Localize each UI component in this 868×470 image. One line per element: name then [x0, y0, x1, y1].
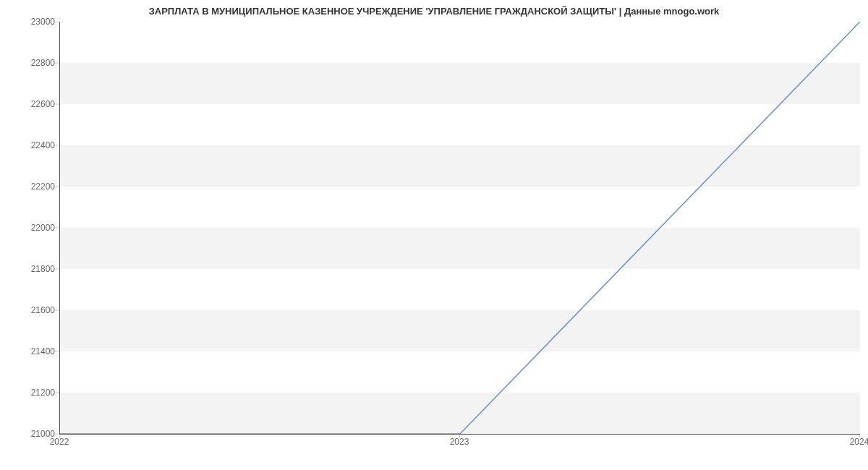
- x-tick-label: 2023: [450, 437, 469, 447]
- chart-container: ЗАРПЛАТА В МУНИЦИПАЛЬНОЕ КАЗЕННОЕ УЧРЕЖД…: [0, 0, 868, 470]
- y-tick-label: 21600: [12, 305, 55, 315]
- x-tick-label: 2022: [50, 437, 69, 447]
- plot-area: [59, 22, 860, 435]
- y-tick-label: 23000: [12, 17, 55, 27]
- y-tick-label: 22200: [12, 181, 55, 192]
- y-tick-label: 22000: [12, 223, 55, 233]
- x-tick-label: 2024: [850, 437, 868, 447]
- series-line: [60, 22, 860, 434]
- y-tick-label: 21400: [12, 346, 55, 356]
- chart-title: ЗАРПЛАТА В МУНИЦИПАЛЬНОЕ КАЗЕННОЕ УЧРЕЖД…: [0, 6, 868, 17]
- series-path: [60, 22, 860, 434]
- y-tick-label: 21800: [12, 264, 55, 274]
- y-tick-label: 21200: [12, 388, 55, 398]
- y-tick-label: 21000: [12, 429, 55, 439]
- y-tick-label: 22600: [12, 99, 55, 109]
- y-tick-label: 22400: [12, 140, 55, 150]
- y-tick-label: 22800: [12, 58, 55, 68]
